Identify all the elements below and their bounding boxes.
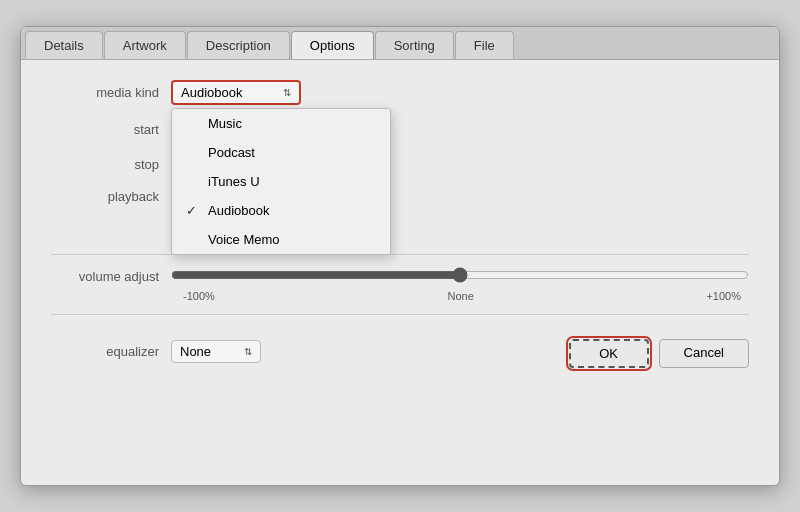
media-kind-menu: Music Podcast iTunes U Audiobook Voice M… [171, 108, 391, 255]
media-kind-dropdown[interactable]: Audiobook ⇅ [171, 80, 301, 105]
volume-slider[interactable] [171, 267, 749, 283]
tab-file[interactable]: File [455, 31, 514, 59]
dialog: Details Artwork Description Options Sort… [20, 26, 780, 486]
stop-row: stop [51, 154, 749, 175]
playback-row: playback tion [51, 189, 749, 204]
media-kind-row: media kind Audiobook ⇅ Music Podcast iTu… [51, 80, 749, 105]
media-kind-wrapper: Audiobook ⇅ Music Podcast iTunes U Audio… [171, 80, 301, 105]
content-area: media kind Audiobook ⇅ Music Podcast iTu… [21, 60, 779, 388]
menu-item-itunes-u[interactable]: iTunes U [172, 167, 390, 196]
tab-details[interactable]: Details [25, 31, 103, 59]
buttons-row: OK Cancel [569, 339, 749, 368]
divider-2 [51, 314, 749, 315]
equalizer-value: None [180, 344, 211, 359]
menu-item-audiobook[interactable]: Audiobook [172, 196, 390, 225]
volume-max-label: +100% [706, 290, 741, 302]
divider-1 [51, 254, 749, 255]
playback-label: playback [51, 189, 171, 204]
equalizer-row: equalizer None ⇅ OK Cancel [51, 335, 749, 368]
volume-row: volume adjust [51, 267, 749, 286]
stop-label: stop [51, 157, 171, 172]
equalizer-label: equalizer [51, 344, 171, 359]
tab-bar: Details Artwork Description Options Sort… [21, 27, 779, 60]
media-kind-arrows-icon: ⇅ [283, 87, 291, 98]
menu-item-voice-memo[interactable]: Voice Memo [172, 225, 390, 254]
menu-item-podcast[interactable]: Podcast [172, 138, 390, 167]
menu-item-music[interactable]: Music [172, 109, 390, 138]
tab-artwork[interactable]: Artwork [104, 31, 186, 59]
volume-label: volume adjust [51, 269, 171, 284]
start-row: start [51, 119, 749, 140]
slider-labels: -100% None +100% [183, 290, 749, 302]
equalizer-arrows-icon: ⇅ [244, 346, 252, 357]
ok-button[interactable]: OK [569, 339, 649, 368]
media-kind-value: Audiobook [181, 85, 242, 100]
cancel-button[interactable]: Cancel [659, 339, 749, 368]
volume-mid-label: None [447, 290, 473, 302]
media-kind-label: media kind [51, 85, 171, 100]
volume-min-label: -100% [183, 290, 215, 302]
start-label: start [51, 122, 171, 137]
equalizer-dropdown[interactable]: None ⇅ [171, 340, 261, 363]
tab-description[interactable]: Description [187, 31, 290, 59]
volume-slider-container [171, 267, 749, 286]
tab-options[interactable]: Options [291, 31, 374, 59]
tab-sorting[interactable]: Sorting [375, 31, 454, 59]
